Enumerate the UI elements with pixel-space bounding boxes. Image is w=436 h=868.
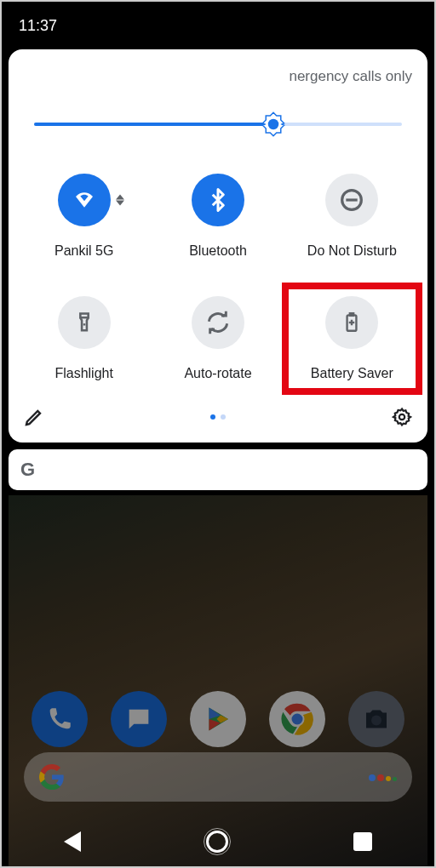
expand-icon[interactable] — [116, 195, 124, 206]
status-bar: 11:37 — [2, 2, 434, 49]
qs-tile-flashlight[interactable]: Flashlight — [17, 296, 151, 381]
qs-footer — [9, 402, 427, 436]
qs-tiles-grid: Pankil 5GBluetoothDo Not DisturbFlashlig… — [9, 162, 427, 402]
svg-rect-7 — [350, 313, 353, 316]
page-dot — [221, 414, 226, 420]
nav-home-button[interactable] — [206, 831, 228, 853]
brightness-thumb-icon[interactable] — [261, 111, 286, 137]
slider-fill — [34, 123, 273, 126]
edit-icon[interactable] — [24, 407, 44, 427]
qs-header: nergency calls only — [9, 63, 427, 100]
svg-rect-4 — [80, 314, 88, 318]
battery-saver-icon[interactable] — [325, 296, 378, 349]
home-search-bar[interactable] — [24, 752, 412, 802]
app-dock — [9, 691, 427, 747]
qs-tile-label: Do Not Disturb — [307, 243, 397, 259]
camera-app-icon[interactable] — [348, 691, 404, 747]
qs-tile-label: Flashlight — [54, 366, 112, 381]
qs-tile-label: Bluetooth — [189, 243, 247, 259]
quick-settings-panel: nergency calls only Pankil 5GBluetoothDo… — [9, 49, 427, 443]
phone-app-icon[interactable] — [32, 691, 88, 747]
qs-tile-label: Battery Saver — [311, 366, 393, 381]
qs-tile-autorotate[interactable]: Auto-rotate — [151, 296, 284, 381]
nav-recents-button[interactable] — [353, 832, 372, 851]
network-status-text: nergency calls only — [289, 68, 412, 84]
navigation-bar — [2, 817, 434, 866]
google-search-card[interactable]: G — [9, 449, 427, 490]
qs-tile-label: Auto-rotate — [184, 366, 251, 381]
bluetooth-icon[interactable] — [192, 174, 244, 226]
wifi-icon[interactable] — [58, 174, 111, 226]
qs-tile-wifi[interactable]: Pankil 5G — [17, 174, 151, 259]
messages-app-icon[interactable] — [111, 691, 167, 747]
chrome-app-icon[interactable] — [269, 691, 325, 747]
page-dot — [210, 414, 215, 420]
svg-point-1 — [268, 119, 279, 130]
assistant-icon[interactable] — [367, 769, 397, 785]
rotate-icon[interactable] — [192, 296, 244, 349]
status-time: 11:37 — [19, 17, 57, 35]
qs-tile-battery[interactable]: Battery Saver — [285, 296, 419, 381]
google-g-icon: G — [20, 459, 35, 481]
svg-point-18 — [371, 716, 382, 726]
play-store-app-icon[interactable] — [190, 691, 246, 747]
qs-tile-dnd[interactable]: Do Not Disturb — [285, 174, 419, 259]
settings-icon[interactable] — [392, 407, 412, 427]
wallpaper — [9, 495, 427, 866]
page-indicator — [210, 414, 226, 420]
dnd-icon[interactable] — [325, 174, 378, 226]
nav-back-button[interactable] — [64, 831, 81, 852]
brightness-slider[interactable] — [34, 112, 402, 136]
qs-tile-label: Pankil 5G — [54, 243, 113, 259]
google-g-icon — [39, 764, 65, 790]
qs-tile-bluetooth[interactable]: Bluetooth — [151, 174, 284, 259]
device-frame: 11:37 nergency calls only Pankil 5GBluet… — [2, 2, 434, 866]
svg-point-10 — [399, 414, 404, 420]
flashlight-icon[interactable] — [58, 296, 111, 349]
